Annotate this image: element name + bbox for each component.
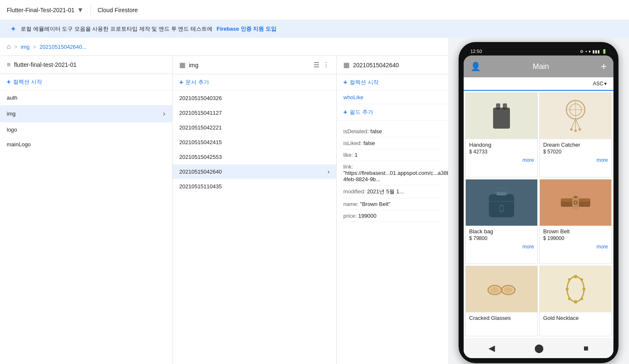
field-price: price: 199000 xyxy=(343,210,441,222)
add-doc-btn[interactable]: + 문서 추가 xyxy=(173,74,336,91)
doc-item-5[interactable]: 20210515042640 › xyxy=(173,164,336,179)
svg-point-37 xyxy=(566,288,569,291)
product-card-handong[interactable]: Handong $ 42733 more xyxy=(465,92,538,177)
product-card-brown-belt[interactable]: Brown Belt $ 199000 more xyxy=(539,179,612,264)
field-isliked-key: isLiked: xyxy=(343,140,362,146)
add-subcollection-btn[interactable]: + 컬렉션 시작 xyxy=(337,74,448,91)
svg-point-12 xyxy=(579,128,581,131)
doc-label-1: 20210515041127 xyxy=(179,110,222,116)
sidebar-item-auth-label: auth xyxy=(7,95,17,101)
field-name: name: "Brown Belt" xyxy=(343,198,441,210)
add-field-label: 필드 추가 xyxy=(350,108,373,116)
svg-point-32 xyxy=(504,287,512,293)
sidebar-item-mainlogo[interactable]: mainLogo xyxy=(0,137,172,152)
field-name-key: name: xyxy=(343,201,358,207)
product-img-brown-belt xyxy=(540,179,611,226)
field-like: like: 1 xyxy=(343,149,441,161)
product-info-gold-necklace: Gold Necklace xyxy=(540,312,611,324)
home-icon[interactable]: ⌂ xyxy=(7,43,11,50)
phone-back-btn[interactable]: ◀ xyxy=(488,343,495,353)
product-more-dream-catcher[interactable]: more xyxy=(540,157,611,166)
phone-container: 12:50 ⚙ • ▾ ▮▮▮ 🔋 👤 Main + xyxy=(448,38,629,364)
doc-item-0[interactable]: 20210515040326 xyxy=(173,91,336,106)
breadcrumb-img-link[interactable]: img xyxy=(21,44,29,50)
add-doc-label: 문서 추가 xyxy=(186,79,209,86)
doc-item-3[interactable]: 20210515042415 xyxy=(173,135,336,150)
product-card-dream-catcher[interactable]: Dream Catcher $ 57020 more xyxy=(539,92,612,177)
product-card-black-bag[interactable]: Black bag $ 79800 more xyxy=(465,179,538,264)
col3-title: 20210515042640 xyxy=(353,62,399,69)
breadcrumb-sep1: > xyxy=(14,44,18,50)
svg-rect-3 xyxy=(495,112,508,114)
documents-col: ▦ img ☰ ⋮ + 문서 추가 20210515040326 2021 xyxy=(173,56,337,364)
phone-screen: 👤 Main + ASC ▾ xyxy=(464,55,613,358)
banner-highlight[interactable]: Firebase 인증 지원 도입 xyxy=(217,25,276,33)
product-card-cracked-glasses[interactable]: Cracked Glasses xyxy=(465,266,538,336)
phone-add-icon[interactable]: + xyxy=(601,61,607,72)
field-link-value: "https://firebasest...01.appspot.com/c..… xyxy=(343,170,448,182)
settings-icon: ⚙ xyxy=(580,49,584,54)
doc-item-2[interactable]: 20210515042221 xyxy=(173,120,336,135)
add-field-btn[interactable]: + 필드 추가 xyxy=(337,104,448,121)
svg-rect-16 xyxy=(496,192,507,195)
dot-indicator: • xyxy=(585,49,587,54)
sidebar-item-img[interactable]: img xyxy=(0,105,172,122)
svg-point-39 xyxy=(568,278,571,281)
more-icon[interactable]: ⋮ xyxy=(323,61,329,69)
project-name: Flutter-Final-Test-2021-01 xyxy=(7,7,74,13)
svg-point-34 xyxy=(574,275,577,278)
battery-icon: 🔋 xyxy=(602,49,607,54)
add-collection-btn-1[interactable]: + 컬렉션 시작 xyxy=(0,74,172,90)
sidebar-item-mainlogo-label: mainLogo xyxy=(7,141,31,148)
product-more-black-bag[interactable]: more xyxy=(466,244,537,252)
sidebar-item-logo[interactable]: logo xyxy=(0,122,172,137)
sidebar-item-img-label: img xyxy=(7,111,16,117)
product-card-gold-necklace[interactable]: Gold Necklace xyxy=(539,266,612,336)
svg-point-11 xyxy=(574,129,577,132)
phone-home-btn[interactable]: ⬤ xyxy=(534,343,544,353)
product-name-black-bag: Black bag xyxy=(469,228,534,235)
product-name-cracked-glasses: Cracked Glasses xyxy=(469,315,534,321)
product-img-dream-catcher xyxy=(540,93,611,139)
doc-label-0: 20210515040326 xyxy=(179,95,222,101)
svg-rect-19 xyxy=(500,207,503,210)
product-more-brown-belt[interactable]: more xyxy=(540,244,611,252)
sidebar-item-auth[interactable]: auth xyxy=(0,90,172,105)
product-price-black-bag: $ 79800 xyxy=(469,235,534,241)
breadcrumb-doc-link[interactable]: 20210515042640... xyxy=(40,44,87,50)
svg-point-10 xyxy=(570,128,573,131)
subcollection-wholike[interactable]: whoLike xyxy=(337,91,448,104)
svg-line-7 xyxy=(571,119,576,129)
field-link-key: link: xyxy=(343,164,353,170)
sort-label[interactable]: ASC ▾ xyxy=(593,81,607,87)
project-selector[interactable]: Flutter-Final-Test-2021-01 ▼ xyxy=(7,6,84,14)
product-info-brown-belt: Brown Belt $ 199000 xyxy=(540,226,611,244)
field-isliked-value: false xyxy=(364,140,375,146)
detail-col: ▦ 20210515042640 + 컬렉션 시작 whoLike + 필드 추… xyxy=(337,56,448,364)
svg-point-38 xyxy=(581,278,583,281)
banner-text: 로컬 에뮬레이터 도구 모음을 사용한 프로토타입 제작 및 엔드 투 엔드 테… xyxy=(21,25,212,33)
svg-point-36 xyxy=(583,288,586,291)
product-price-handong: $ 42733 xyxy=(469,149,534,155)
breadcrumb: ⌂ > img > 20210515042640... xyxy=(0,38,448,56)
signal-icon: ▮▮▮ xyxy=(592,49,600,54)
doc-label-6: 20210515110435 xyxy=(179,183,222,190)
doc-item-4[interactable]: 20210515042553 xyxy=(173,150,336,164)
phone-person-icon[interactable]: 👤 xyxy=(470,61,481,71)
phone-status-bar: 12:50 ⚙ • ▾ ▮▮▮ 🔋 xyxy=(464,47,613,55)
filter-icon[interactable]: ☰ xyxy=(313,61,319,69)
doc-item-1[interactable]: 20210515041127 xyxy=(173,106,336,120)
product-info-handong: Handong $ 42733 xyxy=(466,139,537,157)
svg-rect-1 xyxy=(496,103,500,110)
svg-point-31 xyxy=(491,287,499,293)
doc-item-6[interactable]: 20210515110435 xyxy=(173,179,336,194)
add-subcol-label: 컬렉션 시작 xyxy=(350,79,379,86)
svg-rect-4 xyxy=(495,117,508,119)
doc-label-5: 20210515042640 xyxy=(179,169,222,175)
field-link: link: "https://firebasest...01.appspot.c… xyxy=(343,161,441,185)
col2-title: img xyxy=(189,62,199,69)
svg-point-41 xyxy=(568,298,571,300)
phone-recents-btn[interactable]: ■ xyxy=(584,343,589,353)
add-field-icon: + xyxy=(343,108,347,116)
product-more-handong[interactable]: more xyxy=(466,157,537,166)
